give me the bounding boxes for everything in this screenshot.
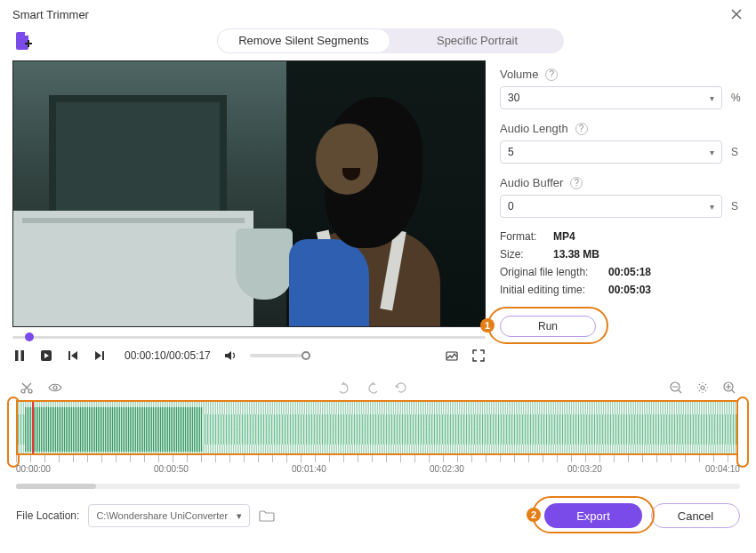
volume-select[interactable]: 30▾ <box>500 86 722 109</box>
svg-rect-6 <box>102 351 104 360</box>
chevron-down-icon: ▾ <box>710 93 714 103</box>
window-title: Smart Trimmer <box>12 8 89 21</box>
init-edit-label: Initial editing time: <box>500 284 599 296</box>
eye-icon[interactable] <box>48 381 62 395</box>
pause-icon[interactable] <box>12 349 27 363</box>
help-icon[interactable]: ? <box>570 177 583 189</box>
video-seek-slider[interactable] <box>12 331 486 343</box>
snapshot-icon[interactable] <box>445 349 459 363</box>
orig-len-label: Original file length: <box>500 266 599 278</box>
svg-point-12 <box>701 386 704 389</box>
size-label: Size: <box>500 248 544 260</box>
help-icon[interactable]: ? <box>575 123 588 135</box>
svg-rect-1 <box>28 40 29 47</box>
chevron-down-icon: ▾ <box>710 202 714 212</box>
cut-icon[interactable] <box>20 381 34 395</box>
file-location-label: File Location: <box>16 509 79 522</box>
callout-badge-1: 1 <box>480 318 495 333</box>
tab-remove-silent[interactable]: Remove Silent Segments <box>217 28 390 53</box>
zoom-out-icon[interactable] <box>669 381 683 395</box>
waveform-timeline[interactable] <box>16 400 740 455</box>
audio-buffer-select[interactable]: 0▾ <box>500 195 722 218</box>
zoom-fit-icon[interactable] <box>696 381 710 395</box>
close-icon[interactable] <box>729 7 744 21</box>
open-folder-icon[interactable] <box>259 509 275 523</box>
chevron-down-icon: ▾ <box>237 510 242 522</box>
svg-rect-2 <box>15 350 19 361</box>
size-value: 13.38 MB <box>553 248 599 260</box>
callout-highlight-2 <box>532 496 655 533</box>
next-icon[interactable] <box>92 349 107 363</box>
tab-specific-portrait[interactable]: Specific Portrait <box>390 28 564 53</box>
video-preview[interactable] <box>12 60 486 327</box>
callout-highlight-1 <box>487 307 608 344</box>
audio-length-unit: S <box>731 146 744 158</box>
svg-rect-3 <box>21 350 25 361</box>
redo-icon[interactable] <box>366 381 380 395</box>
chevron-down-icon: ▾ <box>710 148 714 157</box>
file-location-select[interactable]: C:\Wondershare UniConverter▾ <box>88 504 250 527</box>
volume-slider[interactable] <box>250 354 307 357</box>
time-ruler: 00:00:00 00:00:50 00:01:40 00:02:30 00:0… <box>16 455 740 478</box>
refresh-icon[interactable] <box>394 381 408 395</box>
callout-badge-2: 2 <box>527 508 541 522</box>
audio-buffer-label: Audio Buffer? <box>500 176 744 189</box>
volume-label: Volume? <box>500 68 744 81</box>
mode-toggle: Remove Silent Segments Specific Portrait <box>217 28 564 53</box>
timeline-scrollbar[interactable] <box>16 484 740 489</box>
format-value: MP4 <box>553 230 575 243</box>
volume-icon[interactable] <box>223 349 237 363</box>
init-edit-value: 00:05:03 <box>608 284 651 296</box>
add-file-icon[interactable] <box>12 30 34 52</box>
volume-unit: % <box>731 92 744 104</box>
orig-len-value: 00:05:18 <box>608 266 651 278</box>
playback-time: 00:00:10/00:05:17 <box>125 349 211 362</box>
audio-length-select[interactable]: 5▾ <box>500 140 722 164</box>
cancel-button[interactable]: Cancel <box>651 503 740 528</box>
prev-icon[interactable] <box>66 349 80 363</box>
play-icon[interactable] <box>39 349 53 363</box>
zoom-in-icon[interactable] <box>722 381 736 395</box>
audio-length-label: Audio Length? <box>500 122 744 135</box>
undo-icon[interactable] <box>337 381 351 395</box>
audio-buffer-unit: S <box>731 200 744 212</box>
help-icon[interactable]: ? <box>545 68 558 81</box>
format-label: Format: <box>500 230 544 243</box>
fullscreen-icon[interactable] <box>471 349 486 363</box>
svg-point-10 <box>53 386 57 389</box>
svg-rect-5 <box>68 351 70 360</box>
playhead[interactable] <box>32 400 34 455</box>
